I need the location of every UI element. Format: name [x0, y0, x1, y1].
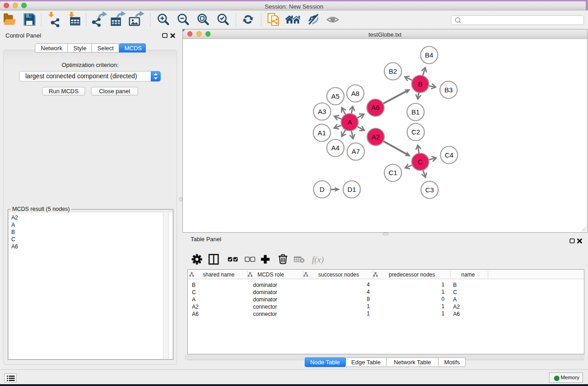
svg-text:A5: A5 — [331, 92, 339, 100]
svg-text:B4: B4 — [425, 51, 433, 59]
svg-text:shared name: shared name — [203, 272, 234, 278]
svg-text:C3: C3 — [425, 186, 434, 194]
svg-text:B1: B1 — [411, 108, 420, 116]
svg-text:f(x): f(x) — [312, 255, 324, 265]
svg-text:A: A — [347, 118, 352, 126]
svg-text:MCDS role: MCDS role — [258, 272, 284, 278]
svg-text:name: name — [461, 272, 475, 278]
svg-text:B: B — [418, 80, 422, 88]
svg-text:C2: C2 — [411, 128, 420, 136]
svg-text:A4: A4 — [331, 144, 339, 152]
svg-text:D1: D1 — [347, 186, 356, 193]
svg-text:D: D — [320, 186, 325, 193]
svg-text:C4: C4 — [445, 151, 453, 159]
svg-text:A8: A8 — [351, 90, 359, 97]
svg-text:A6: A6 — [371, 104, 379, 111]
svg-text:predecessor nodes: predecessor nodes — [389, 272, 435, 278]
svg-text:B2: B2 — [389, 67, 397, 75]
svg-text:C1: C1 — [388, 169, 397, 176]
svg-text:C: C — [418, 158, 423, 166]
svg-text:A7: A7 — [352, 148, 360, 155]
svg-text:B3: B3 — [445, 86, 453, 94]
svg-text:A1: A1 — [318, 129, 326, 137]
svg-text:A2: A2 — [372, 133, 380, 141]
svg-text:A3: A3 — [318, 108, 326, 115]
svg-text:successor nodes: successor nodes — [318, 272, 359, 278]
